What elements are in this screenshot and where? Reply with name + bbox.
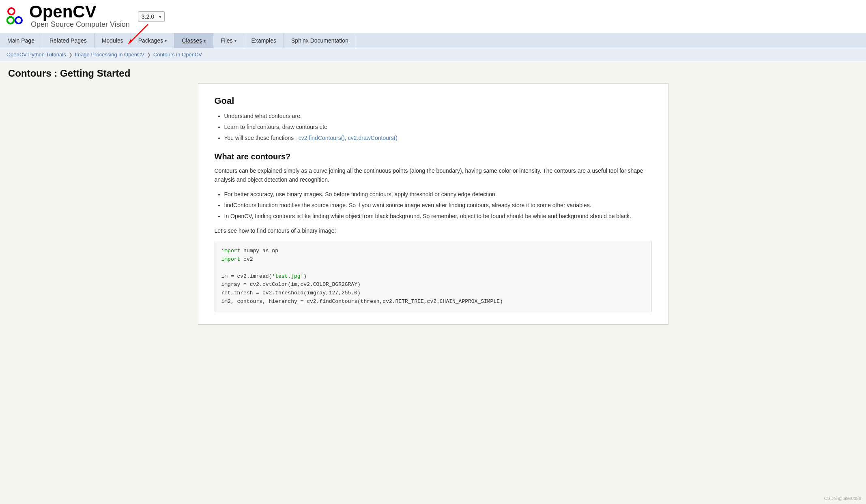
code-findcontours: im2, contours, hierarchy = cv2.findConto… [221,298,503,305]
nav-classes[interactable]: Classes ▾ [174,33,213,48]
nav-modules-label: Modules [102,37,123,44]
nav-main-page-label: Main Page [7,37,34,44]
svg-point-5 [16,18,21,23]
nav-modules[interactable]: Modules [95,33,131,48]
nav-files-label: Files [221,37,233,44]
version-selector-wrapper[interactable]: 3.2.0 3.1.0 3.0.0 2.4.x ▼ [138,11,165,22]
code-cvtcolor: imgray = cv2.cvtColor(im,cv2.COLOR_BGR2G… [221,281,361,287]
what-list: For better accuracy, use binary images. … [224,190,652,221]
logo-text-area: OpenCV Open Source Computer Vision [29,3,130,30]
what-list-item-2: findContours function modifies the sourc… [224,201,652,210]
opencv-logo-icon [6,7,25,26]
logo-subtitle: Open Source Computer Vision [31,20,130,29]
files-dropdown-arrow-icon: ▾ [234,39,236,43]
breadcrumb-item-contours[interactable]: Contours in OpenCV [153,51,202,58]
svg-point-3 [9,9,14,14]
code-line-2: import cv2 [221,255,645,264]
nav-classes-label: Classes [182,37,202,44]
packages-dropdown-arrow-icon: ▾ [165,39,167,43]
content-box: Goal Understand what contours are. Learn… [198,83,668,325]
goal-list-item-2: Learn to find contours, draw contours et… [224,123,652,131]
code-line-imread: im = cv2.imread('test.jpg') [221,272,645,281]
code-imread-post: ) [303,273,307,279]
nav-packages[interactable]: Packages ▾ [131,33,174,48]
code-import1-rest: numpy as np [240,248,278,254]
nav-bar: Main Page Related Pages Modules Packages… [0,33,866,48]
nav-sphinx-documentation-label: Sphinx Documentation [291,37,348,44]
page-title: Contours : Getting Started [8,68,858,79]
nav-main-page[interactable]: Main Page [0,33,42,48]
how-text: Let's see how to find contours of a bina… [215,226,652,235]
code-threshold: ret,thresh = cv2.threshold(imgray,127,25… [221,290,361,296]
logo-brand-name: OpenCV [29,3,130,20]
link-draw-contours[interactable]: cv2.drawContours() [348,135,398,141]
nav-sphinx-documentation[interactable]: Sphinx Documentation [284,33,356,48]
code-line-cvtcolor: imgray = cv2.cvtColor(im,cv2.COLOR_BGR2G… [221,281,645,289]
breadcrumb-item-tutorials[interactable]: OpenCV-Python Tutorials [6,51,66,58]
breadcrumb-separator-1: ❯ [69,52,73,58]
breadcrumb-item-image-processing[interactable]: Image Processing in OpenCV [75,51,144,58]
code-block: import numpy as np import cv2 im = cv2.i… [215,241,652,312]
goal-list: Understand what contours are. Learn to f… [224,112,652,142]
code-imread-pre: im = cv2.imread( [221,273,272,279]
goal-list-item-1: Understand what contours are. [224,112,652,120]
what-list-item-1: For better accuracy, use binary images. … [224,190,652,199]
breadcrumb: OpenCV-Python Tutorials ❯ Image Processi… [0,48,866,61]
goal-heading: Goal [215,96,652,106]
code-line-blank [221,264,645,272]
nav-files[interactable]: Files ▾ [213,33,244,48]
breadcrumb-separator-2: ❯ [147,52,151,58]
what-paragraph: Contours can be explained simply as a cu… [215,166,652,184]
nav-examples-label: Examples [251,37,276,44]
code-import2-rest: cv2 [240,256,253,262]
version-select[interactable]: 3.2.0 3.1.0 3.0.0 2.4.x [138,11,165,22]
what-list-item-3: In OpenCV, finding contours is like find… [224,212,652,221]
code-imread-string: 'test.jpg' [272,273,303,279]
nav-related-pages-label: Related Pages [49,37,87,44]
code-line-threshold: ret,thresh = cv2.threshold(imgray,127,25… [221,289,645,298]
goal-functions-text: You will see these functions : [224,135,299,141]
content-wrapper: Goal Understand what contours are. Learn… [0,83,866,333]
what-heading: What are contours? [215,152,652,161]
link-separator: , [345,135,348,141]
code-line-1: import numpy as np [221,247,645,255]
link-find-contours[interactable]: cv2.findContours() [299,135,345,141]
code-keyword-import2: import [221,256,241,262]
code-keyword-import1: import [221,248,241,254]
goal-list-item-3: You will see these functions : cv2.findC… [224,134,652,142]
nav-related-pages[interactable]: Related Pages [42,33,95,48]
nav-examples[interactable]: Examples [244,33,284,48]
page-title-area: Contours : Getting Started [0,61,866,83]
nav-packages-label: Packages [138,37,163,44]
classes-dropdown-arrow-icon: ▾ [204,39,206,43]
code-line-findcontours: im2, contours, hierarchy = cv2.findConto… [221,298,645,306]
svg-point-4 [8,18,13,23]
header: OpenCV Open Source Computer Vision 3.2.0… [0,0,866,33]
logo-area: OpenCV Open Source Computer Vision [6,3,130,30]
